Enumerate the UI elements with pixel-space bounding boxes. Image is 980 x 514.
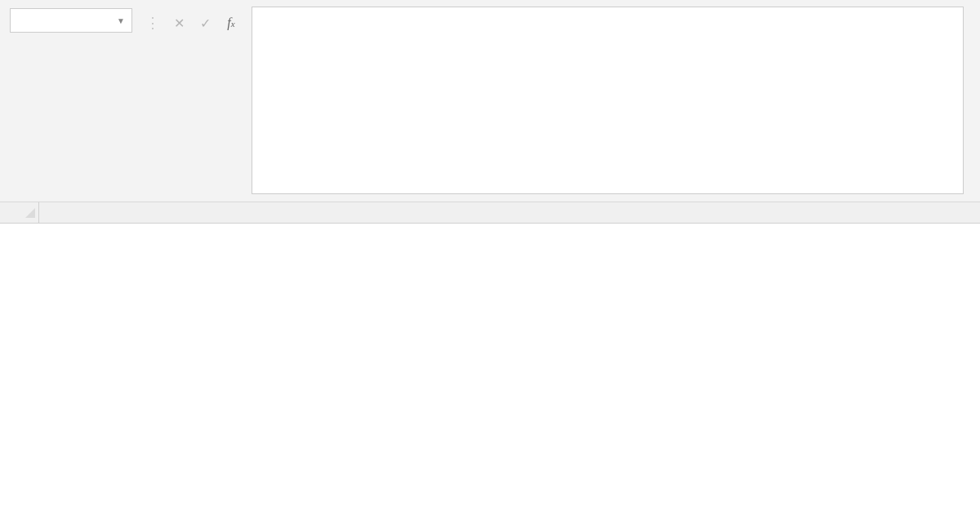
select-all-corner[interactable] (0, 202, 39, 223)
cancel-icon[interactable]: ✕ (172, 16, 186, 31)
enter-icon[interactable]: ✓ (198, 16, 212, 31)
chevron-down-icon[interactable]: ▼ (117, 16, 125, 25)
formula-input[interactable] (252, 7, 964, 194)
formula-bar: ▼ ⋮ ✕ ✓ fx (0, 0, 980, 202)
fx-icon[interactable]: fx (224, 16, 238, 30)
column-headers (0, 202, 980, 224)
divider: ⋮ (145, 14, 160, 32)
formula-bar-controls: ⋮ ✕ ✓ fx (145, 11, 238, 34)
svg-marker-0 (25, 208, 35, 218)
name-box[interactable]: ▼ (10, 8, 132, 33)
triangle-icon (25, 208, 35, 218)
